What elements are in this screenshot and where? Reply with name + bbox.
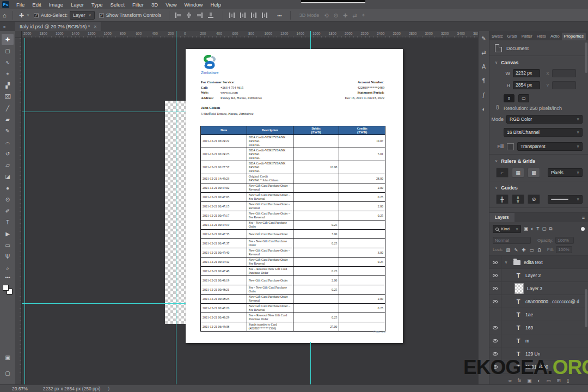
layer-row[interactable]: Tc8a000000...cccccccc@ d: [489, 295, 588, 308]
menu-image[interactable]: Image: [45, 0, 67, 9]
pen-tool[interactable]: ✐: [2, 205, 14, 217]
ruler-origin-box[interactable]: [15, 31, 22, 38]
menu-help[interactable]: Help: [206, 0, 225, 9]
panel-tab-patter[interactable]: Patter: [519, 33, 535, 40]
layer-row[interactable]: TLayer 2: [489, 269, 588, 282]
menu-view[interactable]: View: [162, 0, 180, 9]
screen-mode-icon[interactable]: ▢: [2, 367, 14, 379]
zoom-level-field[interactable]: 20.67%: [12, 386, 28, 391]
foreground-color-swatch[interactable]: [3, 285, 9, 291]
marquee-tool[interactable]: ▢: [2, 45, 14, 57]
menu-window[interactable]: Window: [181, 0, 207, 9]
more-options-icon[interactable]: •••: [274, 13, 284, 18]
align-right-icon[interactable]: [197, 12, 203, 19]
menu-edit[interactable]: Edit: [28, 0, 45, 9]
filter-type-layers-icon[interactable]: T: [536, 226, 540, 232]
photoshop-logo-icon[interactable]: Ps: [2, 1, 9, 8]
new-layer-icon[interactable]: ⊞: [557, 378, 561, 383]
guide-vertical-1[interactable]: [24, 38, 25, 384]
path-selection-tool[interactable]: ▶: [2, 228, 14, 240]
object-selection-tool[interactable]: ⌖: [2, 68, 14, 79]
filter-shape-layers-icon[interactable]: ▢: [541, 226, 547, 232]
home-icon[interactable]: ⌂: [0, 12, 9, 19]
dodge-tool[interactable]: ⊙: [2, 194, 14, 205]
guides-section-header[interactable]: ∨ Guides: [489, 181, 588, 193]
units-select[interactable]: Pixels ∨: [548, 168, 583, 177]
frame-tool[interactable]: ⌧: [2, 91, 14, 102]
menu-3d[interactable]: 3D: [148, 0, 162, 9]
layer-row[interactable]: T1ae: [489, 308, 588, 321]
filter-kind-dropdown[interactable]: Kind ∨: [493, 225, 521, 233]
quick-mask-icon[interactable]: ▣: [2, 352, 14, 363]
lasso-tool[interactable]: ∿: [2, 57, 14, 68]
canvas-area[interactable]: 2000180016001400120010008006004002000200…: [15, 31, 478, 384]
panel-tab-properties[interactable]: Properties: [562, 33, 586, 40]
visibility-toggle[interactable]: [489, 295, 501, 308]
visibility-toggle[interactable]: [489, 269, 501, 281]
show-transform-checkbox[interactable]: ✓: [99, 13, 104, 18]
panel-tab-actio[interactable]: Actio: [548, 33, 562, 40]
visibility-toggle[interactable]: [489, 334, 501, 347]
blur-tool[interactable]: ●: [2, 182, 14, 194]
layer-row[interactable]: ∨edita text: [489, 256, 588, 269]
portrait-orientation-button[interactable]: ▯: [504, 94, 514, 102]
properties-scrollbar[interactable]: [585, 42, 587, 73]
color-swatches[interactable]: [3, 285, 13, 295]
move-tool[interactable]: ✚: [2, 34, 14, 45]
visibility-toggle[interactable]: [489, 321, 501, 334]
character-panel-icon[interactable]: A: [482, 64, 486, 70]
panel-tab-histo[interactable]: Histo: [535, 33, 548, 40]
adjustment-layer-icon[interactable]: ◐: [537, 378, 540, 383]
adjustments-panel-icon[interactable]: ◐: [482, 106, 485, 112]
gradient-tool[interactable]: ◪: [2, 171, 14, 182]
new-guide-button[interactable]: ╫: [496, 194, 509, 204]
panel-menu-icon[interactable]: ≡: [582, 215, 588, 220]
menu-type[interactable]: Type: [88, 0, 107, 9]
close-icon[interactable]: ×: [94, 24, 96, 29]
color-mode-select[interactable]: RGB Color ∨: [506, 115, 583, 124]
visibility-toggle[interactable]: [489, 360, 501, 373]
zoom-tool[interactable]: ⌕: [2, 262, 14, 274]
brushes-panel-icon[interactable]: ✎: [481, 35, 486, 41]
align-bottom-icon[interactable]: [207, 12, 214, 19]
layer-row[interactable]: T129 Un: [489, 347, 588, 360]
new-guide-layout-button[interactable]: ╬: [512, 194, 524, 204]
visibility-toggle[interactable]: [489, 256, 501, 268]
distribute-left-icon[interactable]: [229, 12, 235, 19]
panel-menu-icon[interactable]: ≡: [586, 33, 588, 40]
vertical-ruler[interactable]: [15, 38, 22, 384]
lock-artboard-icon[interactable]: ▭: [529, 247, 534, 253]
layer-row[interactable]: Layer 3: [489, 282, 588, 295]
guide-vertical-2[interactable]: [176, 31, 176, 384]
canvas-section-header[interactable]: ∨ Canvas: [489, 56, 588, 68]
clear-guides-button[interactable]: ⊘: [528, 194, 540, 204]
eyedropper-tool[interactable]: ╱: [2, 102, 14, 114]
height-field[interactable]: 2854 px: [513, 81, 540, 89]
layers-tab[interactable]: Layers: [489, 213, 514, 222]
status-options-icon[interactable]: ⟩: [108, 386, 109, 391]
snap-grid-button[interactable]: ▩: [528, 168, 540, 177]
chevron-down-icon[interactable]: ∨: [27, 13, 29, 17]
tool-presets-panel-icon[interactable]: ⇄: [481, 50, 486, 56]
align-center-icon[interactable]: [186, 12, 192, 19]
guide-horizontal-2[interactable]: [22, 303, 186, 304]
link-layers-icon[interactable]: ∞: [509, 378, 512, 383]
edit-toolbar-icon[interactable]: •••: [5, 275, 10, 280]
guide-style-select[interactable]: ∨: [548, 195, 583, 204]
delete-layer-icon[interactable]: ▯: [567, 378, 569, 383]
visibility-toggle[interactable]: [489, 308, 501, 321]
filter-smart-objects-icon[interactable]: ⧉: [548, 226, 553, 232]
clone-stamp-tool[interactable]: ⌓: [2, 137, 14, 148]
toggle-grid-button[interactable]: ▦: [512, 168, 524, 177]
guide-vertical-3-top[interactable]: [310, 31, 311, 49]
layer-row[interactable]: T169: [489, 321, 588, 334]
menu-select[interactable]: Select: [106, 0, 128, 9]
layers-scrollbar[interactable]: [585, 289, 587, 327]
distribute-even-icon[interactable]: [261, 12, 268, 19]
document-tab[interactable]: Italy id.psd @ 20.7% (RGB/16) * ×: [15, 22, 101, 31]
glyphs-panel-icon[interactable]: ƒ: [482, 92, 486, 98]
toggle-rulers-button[interactable]: ⌐: [496, 168, 509, 177]
type-tool[interactable]: T: [2, 217, 14, 228]
rectangle-tool[interactable]: ▭: [2, 240, 14, 251]
align-left-icon[interactable]: [175, 12, 181, 19]
